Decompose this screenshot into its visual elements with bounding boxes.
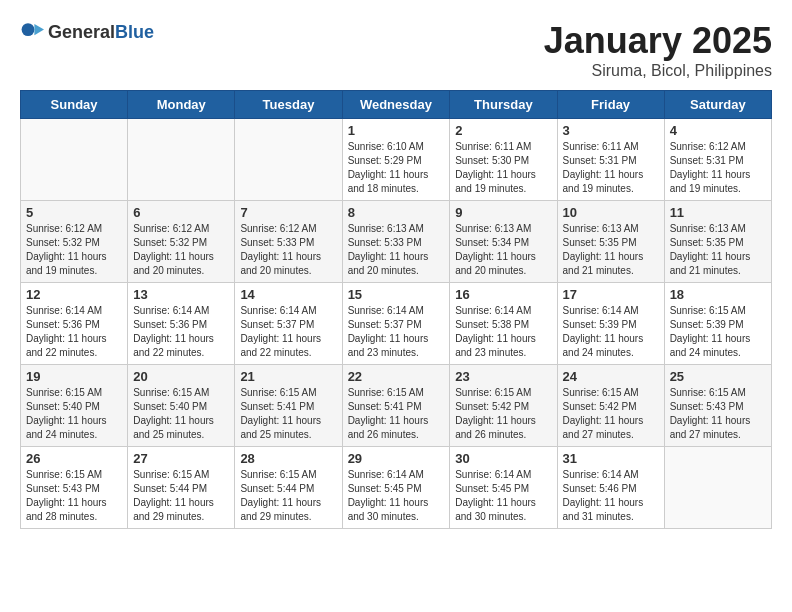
day-number: 31 — [563, 451, 659, 466]
calendar-cell: 19Sunrise: 6:15 AMSunset: 5:40 PMDayligh… — [21, 365, 128, 447]
calendar-cell: 6Sunrise: 6:12 AMSunset: 5:32 PMDaylight… — [128, 201, 235, 283]
svg-marker-1 — [34, 24, 44, 35]
calendar-cell: 11Sunrise: 6:13 AMSunset: 5:35 PMDayligh… — [664, 201, 771, 283]
day-info: Sunrise: 6:13 AMSunset: 5:35 PMDaylight:… — [563, 222, 659, 278]
title-area: January 2025 Siruma, Bicol, Philippines — [544, 20, 772, 80]
day-number: 12 — [26, 287, 122, 302]
day-info: Sunrise: 6:13 AMSunset: 5:35 PMDaylight:… — [670, 222, 766, 278]
day-info: Sunrise: 6:14 AMSunset: 5:37 PMDaylight:… — [348, 304, 445, 360]
calendar-cell: 23Sunrise: 6:15 AMSunset: 5:42 PMDayligh… — [450, 365, 557, 447]
calendar-cell: 3Sunrise: 6:11 AMSunset: 5:31 PMDaylight… — [557, 119, 664, 201]
calendar-cell: 25Sunrise: 6:15 AMSunset: 5:43 PMDayligh… — [664, 365, 771, 447]
calendar: SundayMondayTuesdayWednesdayThursdayFrid… — [20, 90, 772, 529]
logo-text-general: General — [48, 22, 115, 42]
calendar-cell: 24Sunrise: 6:15 AMSunset: 5:42 PMDayligh… — [557, 365, 664, 447]
day-info: Sunrise: 6:15 AMSunset: 5:43 PMDaylight:… — [26, 468, 122, 524]
calendar-week-1: 1Sunrise: 6:10 AMSunset: 5:29 PMDaylight… — [21, 119, 772, 201]
day-number: 14 — [240, 287, 336, 302]
weekday-header-thursday: Thursday — [450, 91, 557, 119]
day-info: Sunrise: 6:11 AMSunset: 5:30 PMDaylight:… — [455, 140, 551, 196]
day-number: 11 — [670, 205, 766, 220]
day-info: Sunrise: 6:13 AMSunset: 5:34 PMDaylight:… — [455, 222, 551, 278]
calendar-cell — [235, 119, 342, 201]
day-number: 25 — [670, 369, 766, 384]
day-number: 16 — [455, 287, 551, 302]
day-number: 4 — [670, 123, 766, 138]
day-info: Sunrise: 6:15 AMSunset: 5:40 PMDaylight:… — [26, 386, 122, 442]
calendar-cell: 28Sunrise: 6:15 AMSunset: 5:44 PMDayligh… — [235, 447, 342, 529]
calendar-cell: 29Sunrise: 6:14 AMSunset: 5:45 PMDayligh… — [342, 447, 450, 529]
day-info: Sunrise: 6:15 AMSunset: 5:39 PMDaylight:… — [670, 304, 766, 360]
calendar-week-2: 5Sunrise: 6:12 AMSunset: 5:32 PMDaylight… — [21, 201, 772, 283]
month-title: January 2025 — [544, 20, 772, 62]
day-info: Sunrise: 6:15 AMSunset: 5:43 PMDaylight:… — [670, 386, 766, 442]
calendar-week-3: 12Sunrise: 6:14 AMSunset: 5:36 PMDayligh… — [21, 283, 772, 365]
calendar-cell: 30Sunrise: 6:14 AMSunset: 5:45 PMDayligh… — [450, 447, 557, 529]
calendar-cell: 12Sunrise: 6:14 AMSunset: 5:36 PMDayligh… — [21, 283, 128, 365]
page-header: GeneralBlue January 2025 Siruma, Bicol, … — [20, 20, 772, 80]
weekday-header-sunday: Sunday — [21, 91, 128, 119]
day-number: 20 — [133, 369, 229, 384]
day-number: 15 — [348, 287, 445, 302]
day-info: Sunrise: 6:12 AMSunset: 5:32 PMDaylight:… — [26, 222, 122, 278]
day-number: 9 — [455, 205, 551, 220]
day-number: 28 — [240, 451, 336, 466]
day-number: 29 — [348, 451, 445, 466]
day-number: 1 — [348, 123, 445, 138]
logo: GeneralBlue — [20, 20, 154, 44]
day-info: Sunrise: 6:14 AMSunset: 5:45 PMDaylight:… — [455, 468, 551, 524]
calendar-cell: 14Sunrise: 6:14 AMSunset: 5:37 PMDayligh… — [235, 283, 342, 365]
weekday-header-monday: Monday — [128, 91, 235, 119]
calendar-cell: 16Sunrise: 6:14 AMSunset: 5:38 PMDayligh… — [450, 283, 557, 365]
day-info: Sunrise: 6:14 AMSunset: 5:36 PMDaylight:… — [133, 304, 229, 360]
day-number: 7 — [240, 205, 336, 220]
day-info: Sunrise: 6:12 AMSunset: 5:32 PMDaylight:… — [133, 222, 229, 278]
day-number: 6 — [133, 205, 229, 220]
calendar-cell: 27Sunrise: 6:15 AMSunset: 5:44 PMDayligh… — [128, 447, 235, 529]
weekday-header-friday: Friday — [557, 91, 664, 119]
calendar-week-5: 26Sunrise: 6:15 AMSunset: 5:43 PMDayligh… — [21, 447, 772, 529]
calendar-cell: 13Sunrise: 6:14 AMSunset: 5:36 PMDayligh… — [128, 283, 235, 365]
calendar-cell — [664, 447, 771, 529]
day-number: 23 — [455, 369, 551, 384]
calendar-cell: 15Sunrise: 6:14 AMSunset: 5:37 PMDayligh… — [342, 283, 450, 365]
weekday-header-saturday: Saturday — [664, 91, 771, 119]
day-info: Sunrise: 6:15 AMSunset: 5:44 PMDaylight:… — [240, 468, 336, 524]
day-number: 8 — [348, 205, 445, 220]
calendar-cell: 9Sunrise: 6:13 AMSunset: 5:34 PMDaylight… — [450, 201, 557, 283]
calendar-cell — [128, 119, 235, 201]
weekday-header-wednesday: Wednesday — [342, 91, 450, 119]
calendar-cell: 8Sunrise: 6:13 AMSunset: 5:33 PMDaylight… — [342, 201, 450, 283]
calendar-cell: 5Sunrise: 6:12 AMSunset: 5:32 PMDaylight… — [21, 201, 128, 283]
day-info: Sunrise: 6:11 AMSunset: 5:31 PMDaylight:… — [563, 140, 659, 196]
day-number: 17 — [563, 287, 659, 302]
logo-icon — [20, 20, 44, 44]
day-number: 27 — [133, 451, 229, 466]
day-info: Sunrise: 6:14 AMSunset: 5:46 PMDaylight:… — [563, 468, 659, 524]
day-info: Sunrise: 6:12 AMSunset: 5:31 PMDaylight:… — [670, 140, 766, 196]
day-info: Sunrise: 6:15 AMSunset: 5:41 PMDaylight:… — [240, 386, 336, 442]
calendar-cell: 2Sunrise: 6:11 AMSunset: 5:30 PMDaylight… — [450, 119, 557, 201]
day-info: Sunrise: 6:10 AMSunset: 5:29 PMDaylight:… — [348, 140, 445, 196]
calendar-cell: 26Sunrise: 6:15 AMSunset: 5:43 PMDayligh… — [21, 447, 128, 529]
calendar-cell: 4Sunrise: 6:12 AMSunset: 5:31 PMDaylight… — [664, 119, 771, 201]
calendar-week-4: 19Sunrise: 6:15 AMSunset: 5:40 PMDayligh… — [21, 365, 772, 447]
calendar-cell — [21, 119, 128, 201]
day-info: Sunrise: 6:15 AMSunset: 5:44 PMDaylight:… — [133, 468, 229, 524]
day-info: Sunrise: 6:14 AMSunset: 5:38 PMDaylight:… — [455, 304, 551, 360]
day-number: 24 — [563, 369, 659, 384]
day-info: Sunrise: 6:14 AMSunset: 5:45 PMDaylight:… — [348, 468, 445, 524]
day-info: Sunrise: 6:15 AMSunset: 5:41 PMDaylight:… — [348, 386, 445, 442]
calendar-cell: 22Sunrise: 6:15 AMSunset: 5:41 PMDayligh… — [342, 365, 450, 447]
weekday-header-tuesday: Tuesday — [235, 91, 342, 119]
day-number: 2 — [455, 123, 551, 138]
svg-point-0 — [22, 23, 35, 36]
day-number: 19 — [26, 369, 122, 384]
calendar-cell: 7Sunrise: 6:12 AMSunset: 5:33 PMDaylight… — [235, 201, 342, 283]
day-info: Sunrise: 6:14 AMSunset: 5:36 PMDaylight:… — [26, 304, 122, 360]
location-title: Siruma, Bicol, Philippines — [544, 62, 772, 80]
calendar-cell: 31Sunrise: 6:14 AMSunset: 5:46 PMDayligh… — [557, 447, 664, 529]
day-number: 21 — [240, 369, 336, 384]
calendar-cell: 21Sunrise: 6:15 AMSunset: 5:41 PMDayligh… — [235, 365, 342, 447]
day-info: Sunrise: 6:15 AMSunset: 5:42 PMDaylight:… — [563, 386, 659, 442]
